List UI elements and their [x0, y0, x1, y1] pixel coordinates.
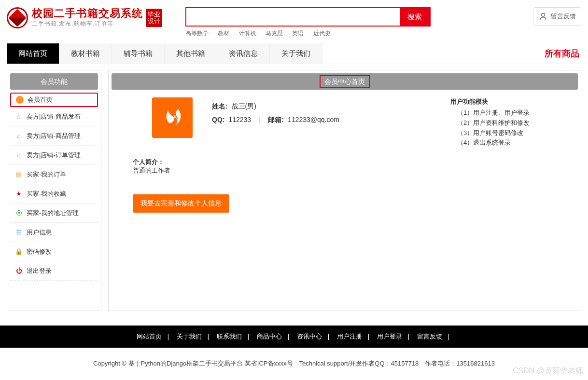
content-title-bar: 会员中心首页	[112, 73, 578, 90]
search-input[interactable]	[186, 8, 400, 26]
footer-link[interactable]: 网站首页	[137, 333, 162, 340]
module-item: （2）用户资料维护和修改	[450, 118, 557, 128]
tag-english[interactable]: 英语	[292, 30, 304, 37]
sidebar-item-publish[interactable]: ⌂卖方|店铺-商品发布	[10, 107, 98, 126]
lock-icon: 🔒	[15, 248, 23, 256]
footer-link[interactable]: 留言反馈	[417, 333, 442, 340]
content-title: 会员中心首页	[320, 75, 370, 88]
nav-textbook[interactable]: 教材书籍	[59, 43, 112, 64]
qq-value: 112233	[228, 116, 251, 123]
avatar	[152, 97, 193, 138]
sidebar-item-label: 买家-我的地址管理	[27, 209, 79, 217]
home-icon: ⌂	[15, 132, 23, 140]
content-panel: 会员中心首页 姓名: 战三(男) QQ: 112233 | 邮箱:	[108, 70, 581, 311]
search-button[interactable]: 搜索	[400, 8, 430, 26]
edit-profile-button[interactable]: 我要去完善和修改个人信息	[133, 194, 229, 213]
intro-value: 普通的工作者	[133, 166, 557, 175]
headset-icon	[538, 12, 548, 21]
location-icon: ⦿	[15, 209, 23, 217]
sidebar-item-password[interactable]: 🔒密码修改	[10, 242, 98, 261]
sidebar-item-address[interactable]: ⦿买家-我的地址管理	[10, 204, 98, 223]
separator: |	[259, 116, 261, 123]
intro-label: 个人简介：	[133, 158, 557, 166]
tag-history[interactable]: 近代史	[313, 30, 331, 37]
site-title: 校园二手书籍交易系统	[32, 8, 143, 19]
footer-link[interactable]: 用户登录	[377, 333, 402, 340]
sidebar-item-home[interactable]: 会员首页	[10, 93, 98, 107]
nav-news[interactable]: 资讯信息	[217, 43, 270, 64]
tag-marx[interactable]: 马克思	[266, 30, 283, 37]
sidebar-item-label: 用户信息	[27, 228, 52, 237]
qq-label: QQ:	[212, 116, 224, 123]
order-icon: ▤	[15, 171, 23, 178]
module-box: 用户功能模块 （1）用户注册、用户登录 （2）用户资料维护和修改 （3）用户账号…	[450, 97, 557, 148]
logo-area: 校园二手书籍交易系统 二手书籍.发布.购物车.订单等 毕业 设计	[7, 7, 185, 28]
footer-link[interactable]: 资讯中心	[297, 333, 322, 340]
name-value: 战三(男)	[232, 102, 256, 110]
module-item: （3）用户账号密码修改	[450, 128, 557, 138]
footer-nav: 网站首页| 关于我们| 联系我们| 商品中心| 资讯中心| 用户注册| 用户登录…	[0, 326, 588, 348]
feedback-button[interactable]: 留言反馈	[533, 7, 581, 26]
nav-about[interactable]: 关于我们	[270, 43, 322, 64]
sidebar-item-label: 卖方|店铺-商品发布	[27, 112, 81, 121]
sidebar: 会员功能 会员首页 ⌂卖方|店铺-商品发布 ⌂卖方|店铺-商品管理 ⌂卖方|店铺…	[7, 70, 101, 311]
module-item: （1）用户注册、用户登录	[450, 108, 557, 118]
site-subtitle: 二手书籍.发布.购物车.订单等	[32, 20, 143, 28]
sidebar-item-label: 会员首页	[28, 95, 53, 104]
footer-link[interactable]: 商品中心	[257, 333, 282, 340]
sidebar-item-label: 买家-我的收藏	[27, 190, 66, 198]
sidebar-item-myorders[interactable]: ▤买家-我的订单	[10, 165, 98, 184]
module-title: 用户功能模块	[450, 97, 557, 106]
power-icon: ⏻	[15, 267, 23, 275]
badge-line2: 设计	[148, 18, 160, 25]
feedback-label: 留言反馈	[551, 12, 576, 21]
footer-link[interactable]: 用户注册	[337, 333, 362, 340]
tag-math[interactable]: 高等数学	[185, 30, 209, 37]
sidebar-item-logout[interactable]: ⏻退出登录	[10, 261, 98, 281]
sidebar-item-label: 退出登录	[27, 267, 52, 275]
footer-link[interactable]: 关于我们	[177, 333, 202, 340]
module-item: （4）退出系统登录	[450, 138, 557, 148]
nav-other[interactable]: 其他书籍	[165, 43, 217, 64]
main-nav: 网站首页 教材书籍 辅导书籍 其他书籍 资讯信息 关于我们 所有商品	[7, 43, 581, 64]
swift-icon	[158, 103, 187, 132]
sidebar-item-userinfo[interactable]: ☰用户信息	[10, 223, 98, 242]
name-label: 姓名:	[212, 102, 228, 110]
tag-textbook[interactable]: 教材	[218, 30, 229, 37]
search-box: 搜索	[185, 7, 431, 27]
sidebar-item-label: 卖方|店铺-订单管理	[27, 151, 81, 160]
name-line: 姓名: 战三(男)	[212, 102, 450, 111]
sidebar-item-orders-seller[interactable]: ⌂卖方|店铺-订单管理	[10, 146, 98, 165]
logo-icon	[7, 7, 28, 28]
sidebar-item-goods[interactable]: ⌂卖方|店铺-商品管理	[10, 126, 98, 146]
sidebar-item-label: 买家-我的订单	[27, 170, 66, 179]
email-label: 邮箱:	[268, 116, 284, 123]
star-icon: ★	[15, 190, 23, 198]
user-icon: ☰	[15, 229, 23, 236]
nav-all-goods[interactable]: 所有商品	[545, 48, 581, 59]
sidebar-item-fav[interactable]: ★买家-我的收藏	[10, 184, 98, 204]
search-tags: 高等数学 教材 计算机 马克思 英语 近代史	[185, 29, 523, 38]
email-value: 112233@qq.com	[288, 116, 339, 123]
badge: 毕业 设计	[146, 9, 162, 27]
sidebar-title: 会员功能	[10, 73, 98, 90]
dot-icon	[16, 96, 24, 104]
home-icon: ⌂	[15, 151, 23, 159]
nav-guide[interactable]: 辅导书籍	[112, 43, 165, 64]
intro-block: 个人简介： 普通的工作者	[109, 148, 581, 175]
home-icon: ⌂	[15, 113, 23, 121]
nav-home[interactable]: 网站首页	[7, 43, 59, 64]
footer-link[interactable]: 联系我们	[217, 333, 242, 340]
tag-cs[interactable]: 计算机	[239, 30, 256, 37]
contact-line: QQ: 112233 | 邮箱: 112233@qq.com	[212, 116, 450, 124]
badge-line1: 毕业	[148, 11, 160, 18]
sidebar-item-label: 卖方|店铺-商品管理	[27, 132, 81, 140]
svg-point-0	[542, 13, 545, 16]
sidebar-item-label: 密码修改	[27, 247, 52, 256]
footer-copyright: Copyright © 基于Python的Django框架二手书交易平台 某省I…	[0, 348, 588, 373]
